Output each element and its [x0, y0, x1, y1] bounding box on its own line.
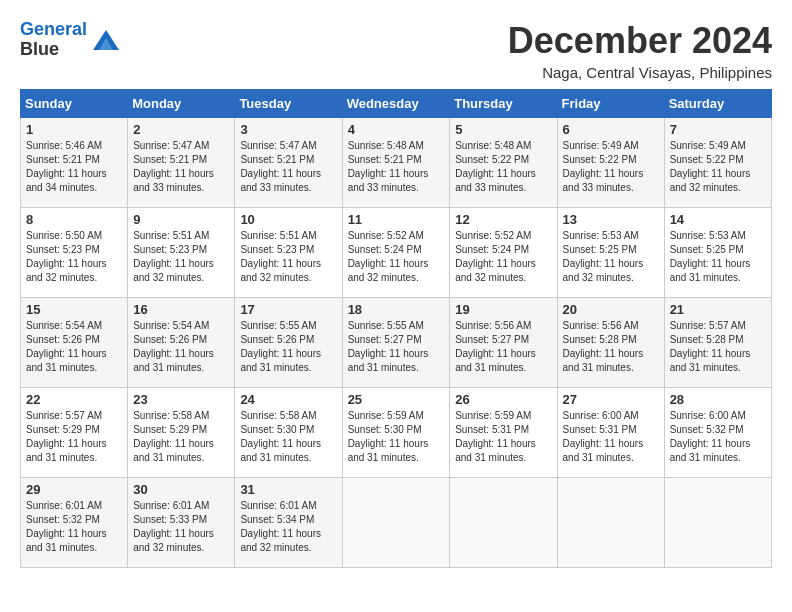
day-number: 27	[563, 392, 659, 407]
day-cell: 22 Sunrise: 5:57 AMSunset: 5:29 PMDaylig…	[21, 388, 128, 478]
day-cell: 31 Sunrise: 6:01 AMSunset: 5:34 PMDaylig…	[235, 478, 342, 568]
day-number: 19	[455, 302, 551, 317]
weekday-header-row: SundayMondayTuesdayWednesdayThursdayFrid…	[21, 90, 772, 118]
day-info: Sunrise: 5:56 AMSunset: 5:27 PMDaylight:…	[455, 319, 551, 375]
day-cell	[342, 478, 450, 568]
weekday-header-monday: Monday	[128, 90, 235, 118]
day-number: 28	[670, 392, 766, 407]
week-row-5: 29 Sunrise: 6:01 AMSunset: 5:32 PMDaylig…	[21, 478, 772, 568]
location-title: Naga, Central Visayas, Philippines	[508, 64, 772, 81]
day-cell	[664, 478, 771, 568]
title-area: December 2024 Naga, Central Visayas, Phi…	[508, 20, 772, 81]
day-info: Sunrise: 5:55 AMSunset: 5:27 PMDaylight:…	[348, 319, 445, 375]
day-number: 10	[240, 212, 336, 227]
day-info: Sunrise: 5:57 AMSunset: 5:28 PMDaylight:…	[670, 319, 766, 375]
day-number: 20	[563, 302, 659, 317]
day-number: 24	[240, 392, 336, 407]
day-number: 30	[133, 482, 229, 497]
day-number: 14	[670, 212, 766, 227]
day-cell: 7 Sunrise: 5:49 AMSunset: 5:22 PMDayligh…	[664, 118, 771, 208]
calendar-table: SundayMondayTuesdayWednesdayThursdayFrid…	[20, 89, 772, 568]
day-number: 17	[240, 302, 336, 317]
day-number: 25	[348, 392, 445, 407]
day-number: 9	[133, 212, 229, 227]
day-number: 4	[348, 122, 445, 137]
day-number: 26	[455, 392, 551, 407]
day-cell: 26 Sunrise: 5:59 AMSunset: 5:31 PMDaylig…	[450, 388, 557, 478]
day-number: 16	[133, 302, 229, 317]
week-row-2: 8 Sunrise: 5:50 AMSunset: 5:23 PMDayligh…	[21, 208, 772, 298]
logo-text: GeneralBlue	[20, 20, 87, 60]
day-info: Sunrise: 5:52 AMSunset: 5:24 PMDaylight:…	[348, 229, 445, 285]
day-info: Sunrise: 6:01 AMSunset: 5:32 PMDaylight:…	[26, 499, 122, 555]
week-row-3: 15 Sunrise: 5:54 AMSunset: 5:26 PMDaylig…	[21, 298, 772, 388]
day-cell	[450, 478, 557, 568]
day-cell: 28 Sunrise: 6:00 AMSunset: 5:32 PMDaylig…	[664, 388, 771, 478]
day-number: 13	[563, 212, 659, 227]
logo-icon	[91, 28, 121, 52]
day-cell: 30 Sunrise: 6:01 AMSunset: 5:33 PMDaylig…	[128, 478, 235, 568]
week-row-4: 22 Sunrise: 5:57 AMSunset: 5:29 PMDaylig…	[21, 388, 772, 478]
day-cell: 17 Sunrise: 5:55 AMSunset: 5:26 PMDaylig…	[235, 298, 342, 388]
week-row-1: 1 Sunrise: 5:46 AMSunset: 5:21 PMDayligh…	[21, 118, 772, 208]
day-number: 21	[670, 302, 766, 317]
day-info: Sunrise: 5:49 AMSunset: 5:22 PMDaylight:…	[670, 139, 766, 195]
day-info: Sunrise: 5:47 AMSunset: 5:21 PMDaylight:…	[133, 139, 229, 195]
day-number: 31	[240, 482, 336, 497]
day-cell: 25 Sunrise: 5:59 AMSunset: 5:30 PMDaylig…	[342, 388, 450, 478]
day-number: 1	[26, 122, 122, 137]
day-info: Sunrise: 5:58 AMSunset: 5:30 PMDaylight:…	[240, 409, 336, 465]
day-info: Sunrise: 5:48 AMSunset: 5:21 PMDaylight:…	[348, 139, 445, 195]
day-cell: 24 Sunrise: 5:58 AMSunset: 5:30 PMDaylig…	[235, 388, 342, 478]
day-info: Sunrise: 5:59 AMSunset: 5:30 PMDaylight:…	[348, 409, 445, 465]
day-cell	[557, 478, 664, 568]
day-cell: 20 Sunrise: 5:56 AMSunset: 5:28 PMDaylig…	[557, 298, 664, 388]
day-info: Sunrise: 5:59 AMSunset: 5:31 PMDaylight:…	[455, 409, 551, 465]
day-cell: 12 Sunrise: 5:52 AMSunset: 5:24 PMDaylig…	[450, 208, 557, 298]
day-cell: 10 Sunrise: 5:51 AMSunset: 5:23 PMDaylig…	[235, 208, 342, 298]
day-info: Sunrise: 6:01 AMSunset: 5:34 PMDaylight:…	[240, 499, 336, 555]
day-info: Sunrise: 5:53 AMSunset: 5:25 PMDaylight:…	[563, 229, 659, 285]
day-cell: 21 Sunrise: 5:57 AMSunset: 5:28 PMDaylig…	[664, 298, 771, 388]
day-number: 8	[26, 212, 122, 227]
day-cell: 14 Sunrise: 5:53 AMSunset: 5:25 PMDaylig…	[664, 208, 771, 298]
weekday-header-saturday: Saturday	[664, 90, 771, 118]
day-cell: 8 Sunrise: 5:50 AMSunset: 5:23 PMDayligh…	[21, 208, 128, 298]
day-number: 29	[26, 482, 122, 497]
day-info: Sunrise: 5:51 AMSunset: 5:23 PMDaylight:…	[240, 229, 336, 285]
weekday-header-tuesday: Tuesday	[235, 90, 342, 118]
day-number: 11	[348, 212, 445, 227]
day-cell: 15 Sunrise: 5:54 AMSunset: 5:26 PMDaylig…	[21, 298, 128, 388]
day-cell: 16 Sunrise: 5:54 AMSunset: 5:26 PMDaylig…	[128, 298, 235, 388]
day-info: Sunrise: 5:47 AMSunset: 5:21 PMDaylight:…	[240, 139, 336, 195]
day-number: 3	[240, 122, 336, 137]
day-number: 6	[563, 122, 659, 137]
day-cell: 4 Sunrise: 5:48 AMSunset: 5:21 PMDayligh…	[342, 118, 450, 208]
day-info: Sunrise: 5:54 AMSunset: 5:26 PMDaylight:…	[26, 319, 122, 375]
day-info: Sunrise: 6:00 AMSunset: 5:31 PMDaylight:…	[563, 409, 659, 465]
day-cell: 18 Sunrise: 5:55 AMSunset: 5:27 PMDaylig…	[342, 298, 450, 388]
day-cell: 19 Sunrise: 5:56 AMSunset: 5:27 PMDaylig…	[450, 298, 557, 388]
day-info: Sunrise: 5:46 AMSunset: 5:21 PMDaylight:…	[26, 139, 122, 195]
day-info: Sunrise: 5:52 AMSunset: 5:24 PMDaylight:…	[455, 229, 551, 285]
day-number: 5	[455, 122, 551, 137]
day-info: Sunrise: 5:48 AMSunset: 5:22 PMDaylight:…	[455, 139, 551, 195]
page-header: GeneralBlue December 2024 Naga, Central …	[20, 20, 772, 81]
day-cell: 3 Sunrise: 5:47 AMSunset: 5:21 PMDayligh…	[235, 118, 342, 208]
day-cell: 27 Sunrise: 6:00 AMSunset: 5:31 PMDaylig…	[557, 388, 664, 478]
day-info: Sunrise: 6:00 AMSunset: 5:32 PMDaylight:…	[670, 409, 766, 465]
day-cell: 29 Sunrise: 6:01 AMSunset: 5:32 PMDaylig…	[21, 478, 128, 568]
day-info: Sunrise: 5:55 AMSunset: 5:26 PMDaylight:…	[240, 319, 336, 375]
day-number: 15	[26, 302, 122, 317]
day-info: Sunrise: 5:58 AMSunset: 5:29 PMDaylight:…	[133, 409, 229, 465]
weekday-header-sunday: Sunday	[21, 90, 128, 118]
day-cell: 6 Sunrise: 5:49 AMSunset: 5:22 PMDayligh…	[557, 118, 664, 208]
day-number: 12	[455, 212, 551, 227]
day-info: Sunrise: 6:01 AMSunset: 5:33 PMDaylight:…	[133, 499, 229, 555]
day-info: Sunrise: 5:57 AMSunset: 5:29 PMDaylight:…	[26, 409, 122, 465]
logo-area: GeneralBlue	[20, 20, 121, 60]
day-cell: 13 Sunrise: 5:53 AMSunset: 5:25 PMDaylig…	[557, 208, 664, 298]
day-number: 18	[348, 302, 445, 317]
day-number: 2	[133, 122, 229, 137]
day-info: Sunrise: 5:51 AMSunset: 5:23 PMDaylight:…	[133, 229, 229, 285]
